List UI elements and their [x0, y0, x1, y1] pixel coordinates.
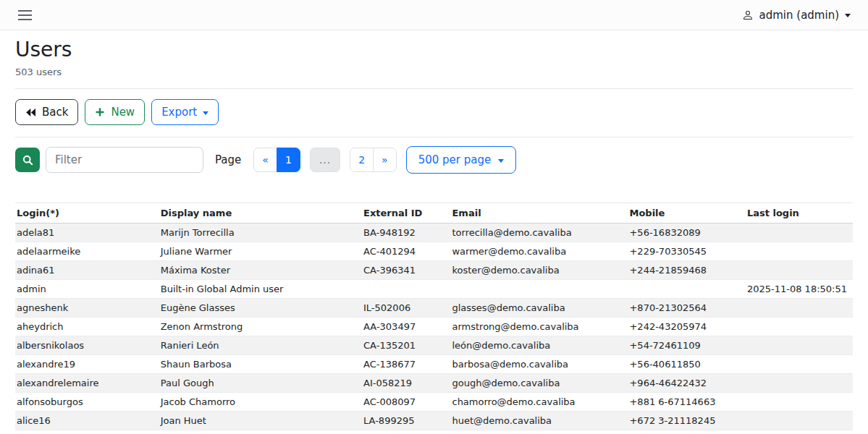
pagination-page-1[interactable]: 1 [277, 148, 300, 172]
new-button[interactable]: New [85, 99, 145, 125]
cell-login: alfonsoburgos [15, 393, 159, 412]
column-header: Login(*) [15, 203, 159, 224]
filter-input[interactable] [46, 147, 203, 173]
cell-display-name: Ranieri León [159, 336, 362, 355]
cell-email: chamorro@demo.cavaliba [450, 393, 628, 412]
cell-external-id [362, 280, 450, 299]
cell-last-login [746, 355, 853, 374]
column-header: Email [450, 203, 628, 224]
cell-login: albersnikolaos [15, 336, 159, 355]
cell-last-login [746, 224, 853, 242]
cell-email: koster@demo.cavaliba [450, 261, 628, 280]
plus-icon [95, 107, 105, 117]
rewind-icon [25, 108, 36, 117]
hamburger-icon [18, 10, 32, 12]
menu-toggle-button[interactable] [15, 7, 35, 23]
column-header: Mobile [628, 203, 745, 224]
cell-display-name: Juliane Warmer [159, 242, 362, 261]
table-header-row: Login(*)Display nameExternal IDEmailMobi… [15, 203, 853, 224]
cell-mobile: +54-72461109 [628, 336, 745, 355]
cell-last-login [746, 412, 853, 430]
cell-email: torrecilla@demo.cavaliba [450, 224, 628, 242]
cell-external-id: BA-948192 [362, 224, 450, 242]
cell-display-name: Jacob Chamorro [159, 393, 362, 412]
cell-login: agneshenk [15, 299, 159, 318]
export-button[interactable]: Export [151, 99, 219, 125]
cell-login: admin [15, 280, 159, 299]
cell-mobile: +881 6-67114663 [628, 393, 745, 412]
per-page-dropdown[interactable]: 500 per page [406, 146, 517, 174]
table-row[interactable]: aheydrich Zenon Armstrong AA-303497 arms… [15, 318, 853, 336]
user-menu-dropdown[interactable]: admin (admin) [738, 8, 855, 22]
cell-mobile: +964-46422432 [628, 374, 745, 393]
table-row[interactable]: alexandrelemaire Paul Gough AI-058219 go… [15, 374, 853, 393]
table-row[interactable]: alexandre19 Shaun Barbosa AC-138677 barb… [15, 355, 853, 374]
cell-login: adina61 [15, 261, 159, 280]
cell-display-name: Máxima Koster [159, 261, 362, 280]
cell-last-login [746, 242, 853, 261]
cell-mobile: +672 3-21118245 [628, 412, 745, 430]
page-header: Users 503 users [15, 30, 853, 89]
cell-last-login [746, 374, 853, 393]
pagination-page-2[interactable]: 2 [350, 148, 374, 172]
caret-down-icon [845, 14, 851, 17]
cell-mobile: +56-16832089 [628, 224, 745, 242]
cell-mobile: +244-21859468 [628, 261, 745, 280]
cell-email: gough@demo.cavaliba [450, 374, 628, 393]
search-icon [22, 154, 34, 166]
cell-email: león@demo.cavaliba [450, 336, 628, 355]
caret-down-icon [498, 159, 504, 163]
cell-last-login [746, 318, 853, 336]
cell-display-name: Zenon Armstrong [159, 318, 362, 336]
cell-email: barbosa@demo.cavaliba [450, 355, 628, 374]
cell-email: huet@demo.cavaliba [450, 412, 628, 430]
cell-external-id: CA-396341 [362, 261, 450, 280]
pagination-ellipsis: ... [310, 148, 340, 172]
table-row[interactable]: adela81 Marijn Torrecilla BA-948192 torr… [15, 224, 853, 242]
cell-login: adelaarmeike [15, 242, 159, 261]
table-row[interactable]: admin Built-in Global Admin user 2025-11… [15, 280, 853, 299]
table-row[interactable]: alice16 Joan Huet LA-899295 huet@demo.ca… [15, 412, 853, 430]
back-button-label: Back [42, 107, 68, 118]
per-page-label: 500 per page [418, 153, 492, 166]
cell-email [450, 280, 628, 299]
pagination-prev[interactable]: « [253, 148, 277, 172]
cell-external-id: AC-138677 [362, 355, 450, 374]
search-button[interactable] [15, 148, 40, 172]
cell-mobile: +56-40611850 [628, 355, 745, 374]
table-row[interactable]: adelaarmeike Juliane Warmer AC-401294 wa… [15, 242, 853, 261]
top-navbar: admin (admin) [0, 0, 868, 30]
toolbar: Back New Export [15, 89, 853, 137]
cell-login: alexandrelemaire [15, 374, 159, 393]
table-row[interactable]: albersnikolaos Ranieri León CA-135201 le… [15, 336, 853, 355]
cell-last-login [746, 393, 853, 412]
cell-mobile: +242-43205974 [628, 318, 745, 336]
filter-bar: Page « 1 ... 2 » 500 per page [15, 146, 853, 174]
cell-mobile [628, 280, 745, 299]
cell-external-id: AC-008097 [362, 393, 450, 412]
back-button[interactable]: Back [15, 99, 78, 125]
table-row[interactable]: alfonsoburgos Jacob Chamorro AC-008097 c… [15, 393, 853, 412]
cell-mobile: +229-70330545 [628, 242, 745, 261]
page-label: Page [215, 153, 241, 166]
table-row[interactable]: agneshenk Eugène Glasses IL-502006 glass… [15, 299, 853, 318]
page-title: Users [15, 38, 853, 61]
cell-login: aheydrich [15, 318, 159, 336]
cell-login: adela81 [15, 224, 159, 242]
cell-display-name: Marijn Torrecilla [159, 224, 362, 242]
cell-external-id: AI-058219 [362, 374, 450, 393]
cell-last-login [746, 261, 853, 280]
user-menu-label: admin (admin) [759, 9, 839, 22]
pagination: « 1 ... 2 » [253, 148, 396, 172]
caret-down-icon [203, 111, 208, 115]
table-row[interactable]: adina61 Máxima Koster CA-396341 koster@d… [15, 261, 853, 280]
cell-external-id: AA-303497 [362, 318, 450, 336]
column-header: External ID [362, 203, 450, 224]
pagination-next[interactable]: » [373, 148, 397, 172]
cell-email: glasses@demo.cavaliba [450, 299, 628, 318]
cell-last-login: 2025-11-08 18:50:51 [746, 280, 853, 299]
export-button-label: Export [161, 107, 197, 118]
cell-display-name: Eugène Glasses [159, 299, 362, 318]
cell-display-name: Shaun Barbosa [159, 355, 362, 374]
person-icon [742, 9, 754, 21]
